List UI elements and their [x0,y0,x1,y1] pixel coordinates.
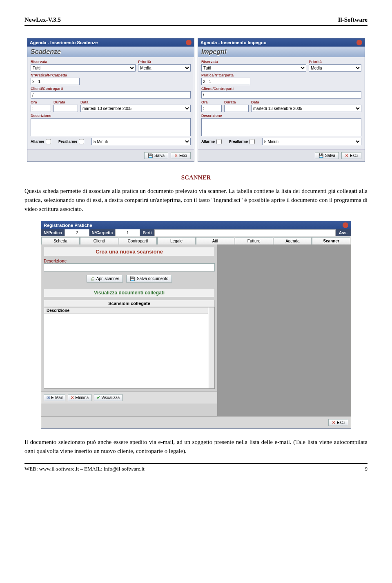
npratica-header: N°Pratica [41,229,65,236]
scadenze-panel-head: Scadenze [27,47,194,57]
section-para2: Il documento selezionato può anche esser… [24,438,368,456]
section-title: SCANNER [24,174,368,181]
scadenze-titlebar: Agenda - Inserimento Scadenze [27,38,194,47]
footer-web: WEB: www.il-software.it – EMAIL: info@il… [24,466,145,472]
header-left: NewLex-V.3.5 [24,16,61,23]
preallarme-select[interactable]: 5 Minuti [91,138,191,145]
apri-scanner-button[interactable]: 🖨Apri scanner [87,275,123,283]
ass-header: Ass. [336,229,351,236]
npratica-input[interactable] [31,78,80,85]
elimina-button[interactable]: ✕Elimina [68,394,91,401]
tab-bar: Scheda Clienti Controparti Legale Atti F… [41,236,351,244]
scansioni-list[interactable]: Descrizione [44,307,215,389]
preallarme-checkbox[interactable]: Preallarme [58,139,84,144]
email-button[interactable]: ✉E-Mail [44,394,65,401]
salva-button[interactable]: 💾Salva [144,152,168,159]
registrazione-titlebar: Registrazione Pratiche [41,221,351,229]
disk-icon: 💾 [318,153,323,158]
esci-button[interactable]: ✕Esci [341,152,361,159]
clienti-input[interactable] [31,91,191,99]
scrollbar[interactable] [209,307,214,388]
crea-scansione-heading: Crea una nuova scansione [44,247,215,256]
priorita-label: Priorità [309,60,361,64]
tab-fatture[interactable]: Fatture [235,237,273,244]
ncarpetta-header: N°Carpetta [89,229,116,236]
allarme-checkbox[interactable]: Allarme [31,139,51,144]
salva-button[interactable]: 💾Salva [315,152,339,159]
scadenze-title: Agenda - Inserimento Scadenze [30,40,98,45]
x-icon: ✕ [71,395,74,400]
ncarpetta-value: 1 [116,229,140,236]
descrizione-label: Descrizione [201,114,361,118]
durata-input[interactable] [224,105,249,112]
data-select[interactable]: martedì 13 settembre 2005 [80,105,191,112]
x-icon: ✕ [174,153,178,158]
close-icon[interactable] [343,222,348,228]
npratica-label: Pratica/N°Carpetta [201,73,361,77]
npratica-value: 2 [65,229,89,236]
preview-pane [218,244,351,416]
parti-input[interactable] [155,229,336,236]
priorita-select[interactable]: Media [309,64,361,72]
data-select[interactable]: martedì 13 settembre 2005 [251,105,361,112]
npratica-input[interactable] [201,78,250,85]
tab-scanner[interactable]: Scanner [312,237,350,244]
page-header: NewLex-V.3.5 Il-Software [24,16,368,26]
clienti-label: Clienti/Controparti [201,87,361,91]
tab-agenda[interactable]: Agenda [274,237,312,244]
riservata-label: Riservata [201,60,306,64]
disk-icon: 💾 [130,276,135,281]
riservata-label: Riservata [31,60,136,64]
tab-legale[interactable]: Legale [157,237,196,244]
descrizione-input[interactable] [44,263,215,271]
scadenze-window: Agenda - Inserimento Scadenze Scadenze R… [27,38,194,162]
x-icon: ✕ [332,420,335,425]
mail-icon: ✉ [47,395,50,400]
tab-controparti[interactable]: Controparti [119,237,157,244]
tab-atti[interactable]: Atti [196,237,234,244]
impegni-title: Agenda - Inserimento Impegno [200,40,266,45]
tab-scheda[interactable]: Scheda [41,237,80,244]
preallarme-checkbox[interactable]: Preallarme [229,139,255,144]
descrizione-label: Descrizione [44,259,215,263]
column-descrizione: Descrizione [44,307,208,314]
scanner-icon: 🖨 [90,276,94,281]
durata-input[interactable] [53,105,78,112]
scansioni-collegate-heading: Scansioni collegate [44,300,215,307]
disk-icon: 💾 [148,153,153,158]
npratica-label: N°Pratica/N°Carpetta [31,73,191,77]
allarme-checkbox[interactable]: Allarme [201,139,222,144]
ora-label: Ora [201,100,222,104]
priorita-label: Priorità [138,60,191,64]
salva-documento-button[interactable]: 💾Salva documento [126,275,172,283]
descrizione-textarea[interactable] [31,118,191,136]
footer-page: 9 [365,466,368,472]
riservata-select[interactable]: Tutti [31,64,136,72]
clienti-label: Clienti/Controparti [31,87,191,91]
close-icon[interactable] [356,40,362,45]
page-footer: WEB: www.il-software.it – EMAIL: info@il… [24,463,368,472]
durata-label: Durata [53,100,78,104]
priorita-select[interactable]: Media [138,64,191,72]
header-row: N°Pratica 2 N°Carpetta 1 Parti Ass. [41,229,351,236]
header-right: Il-Software [338,16,368,23]
durata-label: Durata [224,100,249,104]
esci-button[interactable]: ✕Esci [328,419,348,426]
close-icon[interactable] [186,40,192,45]
visualizza-button[interactable]: ✔Visualizza [94,394,122,401]
section-para1: Questa scheda permette di associare alla… [24,187,368,213]
descrizione-label: Descrizione [31,114,191,118]
ora-input[interactable] [201,105,222,112]
descrizione-textarea[interactable] [201,118,361,136]
riservata-select[interactable]: Tutti [201,64,306,72]
x-icon: ✕ [345,153,348,158]
clienti-input[interactable] [201,91,361,99]
preallarme-select[interactable]: 5 Minuti [262,138,361,145]
tab-clienti[interactable]: Clienti [80,237,118,244]
registrazione-title: Registrazione Pratiche [44,223,92,228]
esci-button[interactable]: ✕Esci [171,152,191,159]
impegni-window: Agenda - Inserimento Impegno Impegni Ris… [198,38,365,162]
impegni-panel-head: Impegni [198,47,365,57]
data-label: Data [251,100,361,104]
ora-input[interactable] [31,105,51,112]
